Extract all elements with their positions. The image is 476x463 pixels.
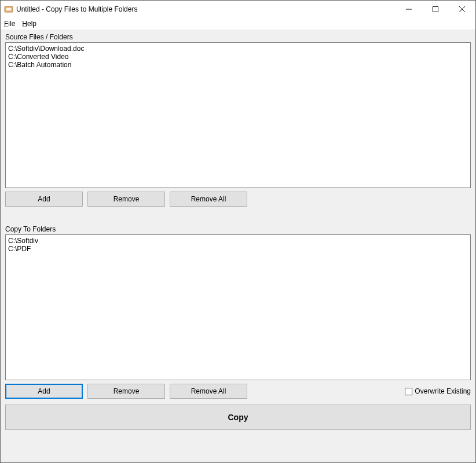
menu-file[interactable]: File [4,20,15,28]
source-label: Source Files / Folders [5,33,471,41]
overwrite-label: Overwrite Existing [415,387,471,395]
content-area: Source Files / Folders C:\Softdiv\Downlo… [1,30,475,462]
window-title: Untitled - Copy Files to Multiple Folder… [16,5,137,13]
overwrite-existing-checkbox[interactable]: Overwrite Existing [405,387,471,395]
checkbox-icon [405,388,412,395]
menubar: File Help [1,18,475,30]
source-remove-all-button[interactable]: Remove All [170,192,247,207]
dest-button-row: Add Remove Remove All Overwrite Existing [5,384,471,399]
list-item[interactable]: C:\Softdiv [8,237,468,245]
maximize-button[interactable] [422,1,449,18]
window-controls [396,1,475,18]
minimize-button[interactable] [396,1,422,18]
dest-remove-all-button[interactable]: Remove All [170,384,247,399]
list-item[interactable]: C:\Batch Automation [8,61,468,69]
list-item[interactable]: C:\Converted Video [8,53,468,61]
source-button-row: Add Remove Remove All [5,192,471,207]
titlebar: Untitled - Copy Files to Multiple Folder… [1,1,475,18]
dest-label: Copy To Folders [5,225,471,233]
app-icon [4,5,13,14]
source-listbox[interactable]: C:\Softdiv\Download.docC:\Converted Vide… [5,42,471,188]
dest-listbox[interactable]: C:\SoftdivC:\PDF [5,234,471,380]
dest-add-button[interactable]: Add [5,384,83,399]
list-item[interactable]: C:\PDF [8,245,468,253]
dest-remove-button[interactable]: Remove [87,384,165,399]
source-add-button[interactable]: Add [5,192,83,207]
svg-rect-1 [6,8,12,11]
list-item[interactable]: C:\Softdiv\Download.doc [8,45,468,53]
copy-button[interactable]: Copy [5,405,471,430]
source-remove-button[interactable]: Remove [87,192,165,207]
svg-rect-3 [433,7,438,12]
menu-help[interactable]: Help [22,20,36,28]
close-button[interactable] [449,1,475,18]
